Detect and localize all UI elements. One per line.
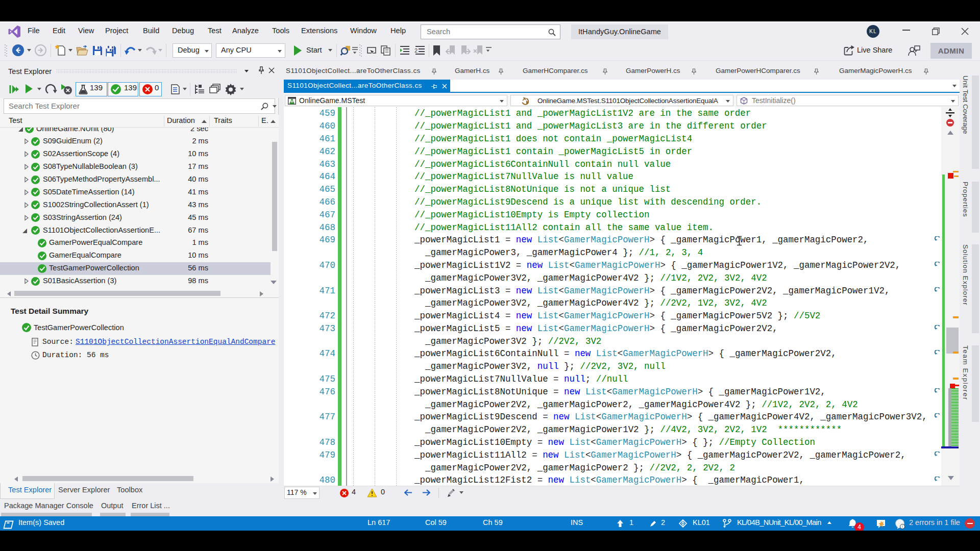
svg-text:2: 2 — [414, 47, 418, 54]
svg-text:!: ! — [902, 525, 903, 529]
